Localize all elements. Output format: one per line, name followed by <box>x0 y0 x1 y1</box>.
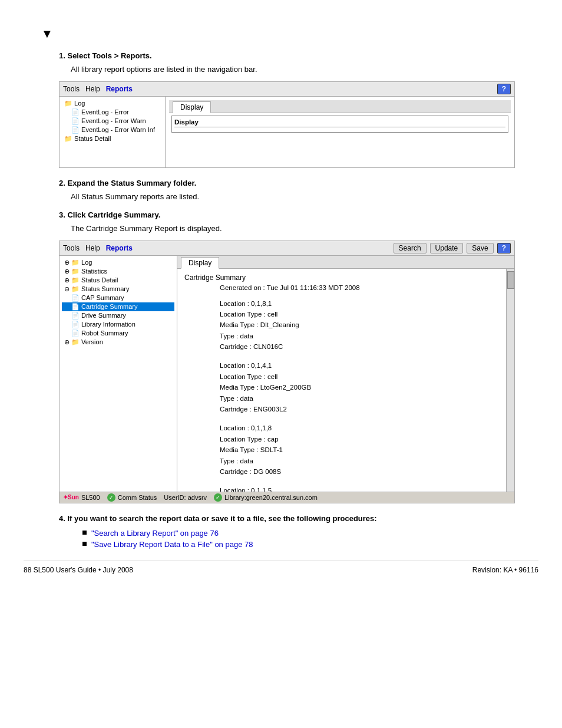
triangle-icon: ▼ <box>41 27 53 41</box>
report-generated: Generated on : Tue Jul 01 11:16:33 MDT 2… <box>220 284 499 291</box>
menu-item-2-help[interactable]: Help <box>85 244 100 252</box>
step-3-body: The Cartridge Summary Report is displaye… <box>71 223 538 235</box>
library-status: ✓ Library:green20.central.sun.com <box>214 493 318 502</box>
step-2-label: 2. Expand the Status Summary folder. <box>59 179 538 187</box>
cartridge-entry: Location : 0,1,1,8Location Type : capMed… <box>220 423 499 477</box>
ui-window-1: ToolsHelpReports?📁 Log📄 EventLog - Error… <box>59 81 515 168</box>
bullet-icon <box>82 542 87 546</box>
bullet-list: "Search a Library Report" on page 76"Sav… <box>82 529 538 549</box>
list-item: "Save Library Report Data to a File" on … <box>82 540 538 549</box>
tree-item-2[interactable]: ⊕ 📁 Statistics <box>62 267 174 276</box>
scrollbar-thumb[interactable] <box>507 271 514 289</box>
help-button-1[interactable]: ? <box>497 84 511 94</box>
library-label: Library:green20.central.sun.com <box>224 494 318 501</box>
page-title: ▼ <box>41 24 538 42</box>
save-button[interactable]: Save <box>467 243 493 253</box>
tree-item[interactable]: 📄 EventLog - Error Warn <box>62 117 163 126</box>
display-panel-1: Display <box>171 116 508 133</box>
tree-item-2[interactable]: ⊕ 📁 Version <box>62 338 174 347</box>
report-title: Cartridge Summary <box>184 274 499 282</box>
scrollbar[interactable] <box>506 269 514 492</box>
comm-status: ✓ Comm Status <box>107 493 157 502</box>
content-area-1: DisplayDisplay <box>166 97 514 167</box>
tree-item-2[interactable]: 📄 Drive Summary <box>62 311 174 320</box>
tree-item[interactable]: 📄 EventLog - Error <box>62 108 163 117</box>
model-badge: ✦Sun SL500 <box>63 494 100 501</box>
tree-item[interactable]: 📁 Log <box>62 99 163 108</box>
tree-item-2[interactable]: ⊖ 📁 Status Summary <box>62 285 174 294</box>
library-ok-icon: ✓ <box>214 493 222 502</box>
menu-item-reports[interactable]: Reports <box>106 85 133 93</box>
tree-item[interactable]: 📁 Status Detail <box>62 134 163 143</box>
report-link[interactable]: "Save Library Report Data to a File" on … <box>91 540 253 549</box>
step-1-label: 1. Select Tools > Reports. <box>59 51 538 60</box>
nav-tree-2: ⊕ 📁 Log⊕ 📁 Statistics⊕ 📁 Status Detail⊖ … <box>59 256 177 492</box>
step-1-body: All library report options are listed in… <box>71 64 538 75</box>
display-tab-2[interactable]: Display <box>181 257 219 269</box>
search-button[interactable]: Search <box>394 243 427 253</box>
report-link[interactable]: "Search a Library Report" on page 76 <box>91 529 219 538</box>
tree-item[interactable]: 📄 EventLog - Error Warn Inf <box>62 126 163 134</box>
step-4-label: 4. If you want to search the report data… <box>59 514 538 523</box>
cartridge-entry: Location : 0,1,8,1Location Type : cellMe… <box>220 298 499 353</box>
statusbar: ✦Sun SL500✓ Comm StatusUserID: advsrv✓ L… <box>59 492 514 503</box>
footer: 88 SL500 User's Guide • July 2008 Revisi… <box>24 561 538 574</box>
tree-item-2[interactable]: ⊕ 📁 Status Detail <box>62 276 174 285</box>
update-button[interactable]: Update <box>430 243 464 253</box>
comm-status-label: Comm Status <box>118 494 157 501</box>
menu-item-2-tools[interactable]: Tools <box>63 244 80 252</box>
step-3-label: 3. Click Cartridge Summary. <box>59 210 538 219</box>
footer-left: 88 SL500 User's Guide • July 2008 <box>24 566 133 574</box>
tree-item-2[interactable]: 📄 Library Information <box>62 320 174 329</box>
tree-item-2[interactable]: 📄 Cartridge Summary <box>62 302 174 311</box>
nav-tree-1: 📁 Log📄 EventLog - Error📄 EventLog - Erro… <box>59 97 166 167</box>
menubar-2: ToolsHelpReportsSearchUpdateSave? <box>59 241 514 256</box>
tree-item-2[interactable]: 📄 CAP Summary <box>62 294 174 302</box>
bullet-icon <box>82 531 87 535</box>
tree-item-2[interactable]: ⊕ 📁 Log <box>62 258 174 267</box>
help-button-2[interactable]: ? <box>497 243 511 253</box>
user-id: UserID: advsrv <box>164 494 207 501</box>
footer-right: Revision: KA • 96116 <box>472 566 538 574</box>
step-2-body: All Status Summary reports are listed. <box>71 191 538 203</box>
content-area-2: DisplayCartridge SummaryGenerated on : T… <box>177 256 514 492</box>
menu-item-tools[interactable]: Tools <box>63 85 80 93</box>
menubar-1: ToolsHelpReports? <box>59 82 514 97</box>
menu-item-help[interactable]: Help <box>85 85 100 93</box>
tree-item-2[interactable]: 📄 Robot Summary <box>62 329 174 338</box>
list-item: "Search a Library Report" on page 76 <box>82 529 538 538</box>
status-ok-icon: ✓ <box>107 493 115 502</box>
ui-window-2: ToolsHelpReportsSearchUpdateSave?⊕ 📁 Log… <box>59 241 515 503</box>
report-area: Cartridge SummaryGenerated on : Tue Jul … <box>177 269 506 492</box>
cartridge-entry: Location : 0,1,4,1Location Type : cellMe… <box>220 360 499 414</box>
display-tab-1[interactable]: Display <box>173 101 211 113</box>
cartridge-entry: Location : 0,1,1,5Location Type : cell <box>220 485 499 491</box>
menu-item-2-reports[interactable]: Reports <box>106 244 133 252</box>
